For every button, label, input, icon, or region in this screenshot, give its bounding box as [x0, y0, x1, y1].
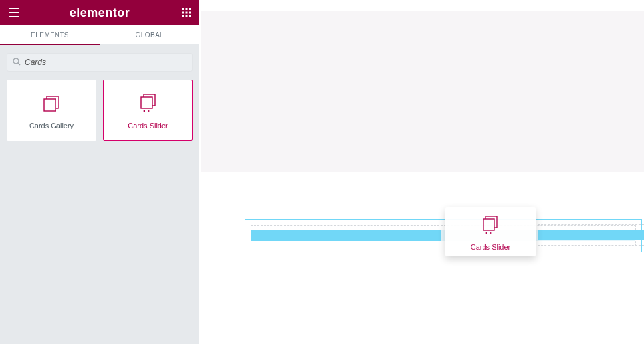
search-input[interactable] — [21, 57, 187, 68]
svg-rect-17 — [141, 97, 152, 108]
svg-rect-2 — [9, 16, 19, 17]
search-box[interactable] — [7, 53, 193, 72]
svg-rect-5 — [189, 8, 191, 10]
svg-line-13 — [18, 63, 20, 65]
apps-icon[interactable] — [179, 5, 194, 20]
svg-marker-22 — [485, 232, 487, 234]
svg-rect-15 — [44, 99, 56, 111]
widget-grid: Cards Gallery Cards Slider — [0, 80, 199, 141]
drop-highlight — [251, 230, 441, 241]
widget-cards-slider[interactable]: Cards Slider — [103, 80, 193, 141]
svg-marker-19 — [148, 110, 150, 112]
cards-gallery-icon — [43, 91, 61, 116]
tab-elements[interactable]: ELEMENTS — [0, 25, 100, 45]
search-icon — [13, 58, 21, 68]
cards-slider-icon — [481, 215, 500, 236]
widget-label: Cards Slider — [128, 122, 168, 129]
panel-tabs: ELEMENTS GLOBAL — [0, 25, 199, 45]
svg-rect-1 — [9, 12, 19, 13]
svg-marker-18 — [143, 110, 145, 112]
svg-rect-21 — [483, 219, 494, 230]
svg-rect-4 — [186, 8, 188, 10]
brand: elementor — [0, 6, 199, 20]
search-wrap — [0, 45, 199, 80]
svg-rect-8 — [189, 12, 191, 14]
canvas-placeholder-band — [201, 11, 644, 172]
column-drop-target-right[interactable] — [538, 224, 644, 246]
widget-cards-gallery[interactable]: Cards Gallery — [7, 80, 96, 141]
drop-highlight — [538, 230, 644, 240]
svg-rect-0 — [9, 8, 19, 9]
svg-point-12 — [13, 58, 19, 64]
svg-rect-3 — [182, 8, 184, 10]
drag-ghost-cards-slider: Cards Slider — [445, 207, 536, 256]
elementor-panel: elementor ELEMENTS GLOBAL — [0, 0, 199, 344]
svg-rect-10 — [186, 15, 188, 17]
widget-label: Cards Gallery — [29, 122, 74, 129]
svg-rect-7 — [186, 12, 188, 14]
editor-canvas[interactable]: Cards Slider — [199, 0, 644, 344]
svg-rect-11 — [189, 15, 191, 17]
panel-header: elementor — [0, 0, 199, 25]
svg-rect-9 — [182, 15, 184, 17]
svg-rect-6 — [182, 12, 184, 14]
drag-ghost-label: Cards Slider — [471, 243, 511, 251]
tab-global[interactable]: GLOBAL — [100, 25, 199, 45]
svg-marker-23 — [490, 232, 492, 234]
menu-icon[interactable] — [7, 5, 21, 20]
cards-slider-icon — [139, 91, 158, 116]
